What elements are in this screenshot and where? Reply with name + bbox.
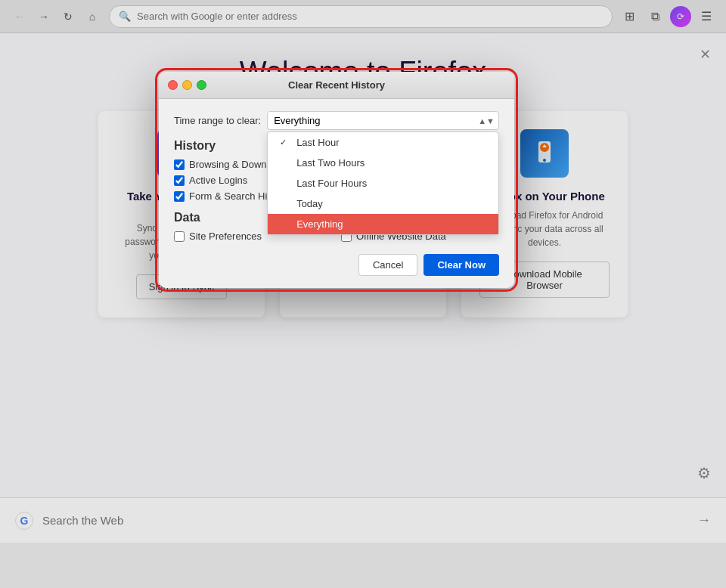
dropdown-item-two-hours[interactable]: Last Two Hours bbox=[268, 153, 498, 173]
close-traffic-light[interactable] bbox=[168, 80, 178, 90]
clear-history-dialog: Clear Recent History Time range to clear… bbox=[159, 72, 514, 288]
dropdown-item-label: Last Four Hours bbox=[296, 178, 367, 189]
time-range-label: Time range to clear: bbox=[174, 115, 261, 126]
dropdown-item-four-hours[interactable]: Last Four Hours bbox=[268, 173, 498, 193]
dropdown-item-label: Everything bbox=[296, 218, 343, 230]
cancel-button[interactable]: Cancel bbox=[358, 254, 417, 276]
active-logins-checkbox[interactable] bbox=[174, 175, 185, 186]
dropdown-item-last-hour[interactable]: ✓ Last Hour bbox=[268, 132, 498, 153]
active-logins-label: Active Logins bbox=[189, 175, 247, 186]
form-history-checkbox[interactable] bbox=[174, 191, 185, 202]
dialog-footer: Cancel Clear Now bbox=[174, 254, 499, 276]
checkmark-icon: ✓ bbox=[280, 138, 290, 147]
dialog-body: Time range to clear: Last Hour Last Two … bbox=[159, 99, 514, 288]
time-range-select[interactable]: Last Hour Last Two Hours Last Four Hours… bbox=[267, 111, 499, 130]
dialog-titlebar: Clear Recent History bbox=[159, 72, 514, 99]
dropdown-item-label: Last Two Hours bbox=[296, 157, 365, 169]
browsing-history-checkbox[interactable] bbox=[174, 159, 185, 170]
dropdown-item-today[interactable]: Today bbox=[268, 193, 498, 214]
site-prefs-label: Site Preferences bbox=[189, 231, 262, 242]
time-range-select-wrapper: Last Hour Last Two Hours Last Four Hours… bbox=[267, 111, 499, 130]
dialog-title: Clear Recent History bbox=[288, 79, 385, 91]
clear-now-button[interactable]: Clear Now bbox=[424, 254, 499, 276]
maximize-traffic-light[interactable] bbox=[197, 80, 206, 90]
minimize-traffic-light[interactable] bbox=[182, 80, 192, 90]
dropdown-item-label: Today bbox=[296, 198, 323, 209]
site-prefs-checkbox[interactable] bbox=[174, 231, 185, 242]
dropdown-item-everything[interactable]: Everything bbox=[268, 214, 498, 234]
time-range-dropdown: ✓ Last Hour Last Two Hours Last Four Hou… bbox=[267, 132, 499, 235]
traffic-lights bbox=[168, 80, 206, 90]
dropdown-item-label: Last Hour bbox=[296, 137, 339, 148]
time-range-row: Time range to clear: Last Hour Last Two … bbox=[174, 111, 499, 130]
